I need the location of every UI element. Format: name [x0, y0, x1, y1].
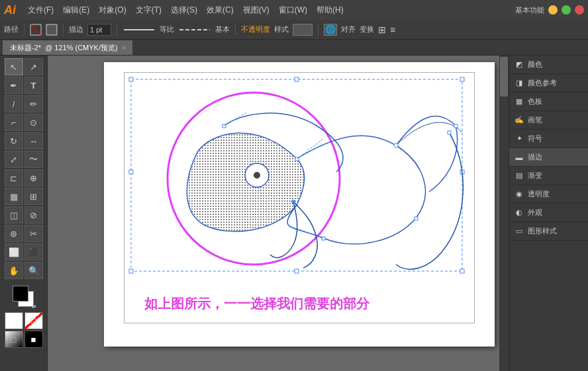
toolbox: ↖ ↗ ✒ T / ✏ ⌐ ⊙ ↻ ↔ ⤢ 〜 ⊏ ⊕ ▦ ⊞ — [0, 56, 48, 371]
stroke-size-input[interactable]: 1 pt — [87, 24, 111, 36]
align-label: 对齐 — [341, 24, 356, 34]
stroke-color[interactable] — [30, 24, 42, 36]
tool-column-graph[interactable]: ▦ — [5, 188, 23, 205]
tool-warp[interactable]: 〜 — [24, 151, 43, 168]
menu-help[interactable]: 帮助(H) — [313, 3, 348, 17]
tool-reflect[interactable]: ↔ — [24, 132, 43, 149]
fill-color[interactable] — [46, 24, 58, 36]
panel-brush-label: 画笔 — [528, 115, 542, 125]
svg-rect-8 — [460, 77, 464, 81]
menu-window[interactable]: 窗口(W) — [275, 3, 311, 17]
menu-file[interactable]: 文件(F) — [24, 3, 58, 17]
brush-panel-icon: ✍ — [514, 116, 524, 125]
gradient-mode-row: □ ■ — [5, 331, 43, 348]
tool-zoom[interactable]: 🔍 — [24, 262, 43, 279]
panel-transparency-label: 透明度 — [528, 189, 550, 199]
scale-label: 等比 — [160, 24, 174, 34]
tool-artboard[interactable]: ⬜ — [5, 243, 23, 261]
gradient-panel-icon: ▤ — [514, 171, 524, 181]
tool-eyedropper[interactable]: ⊘ — [24, 206, 43, 224]
tool-selection[interactable]: ↖ — [5, 58, 23, 75]
tool-row-6: ⤢ 〜 — [5, 151, 43, 168]
tab-untitled[interactable]: 未标题-2* @ 121% (CMYK/预览) × — [3, 40, 132, 55]
color-box: ⇄ — [11, 284, 36, 309]
canvas-area[interactable]: 如上图所示，一一选择我们需要的部分 — [48, 56, 509, 371]
tab-close-button[interactable]: × — [122, 44, 126, 52]
tool-blend[interactable]: ⊛ — [5, 225, 23, 242]
panel-color[interactable]: ◩ 颜色 — [509, 56, 588, 74]
tool-row-10: ⊛ ✂ — [5, 225, 43, 242]
tool-puppet[interactable]: ⊕ — [24, 169, 43, 186]
swap-colors[interactable]: ⇄ — [32, 304, 36, 309]
svg-point-17 — [254, 172, 260, 179]
tool-line[interactable]: / — [5, 95, 23, 112]
tool-pencil[interactable]: ✏ — [24, 95, 43, 112]
tool-brush[interactable]: ⌐ — [5, 114, 23, 131]
menu-text[interactable]: 文字(T) — [132, 3, 166, 17]
panel-symbol-label: 符号 — [528, 134, 542, 144]
tool-blob[interactable]: ⊙ — [24, 114, 43, 131]
style-swatch[interactable] — [293, 24, 313, 36]
panel-graphic-styles[interactable]: ▭ 图形样式 — [509, 222, 588, 241]
tool-direct-selection[interactable]: ↗ — [24, 58, 43, 75]
panel-gradient[interactable]: ▤ 渐变 — [509, 167, 588, 185]
menu-edit[interactable]: 编辑(E) — [59, 3, 93, 17]
svg-point-26 — [291, 200, 295, 204]
stroke-label: 描边 — [69, 24, 83, 34]
no-fill-btn[interactable]: ∅ — [24, 312, 43, 329]
menu-effect[interactable]: 效果(C) — [203, 3, 238, 17]
tool-gradient[interactable]: ◫ — [5, 206, 23, 224]
panel-swatches[interactable]: ▦ 色板 — [509, 93, 588, 111]
tool-row-9: ◫ ⊘ — [5, 206, 43, 224]
tool-width[interactable]: ⊏ — [5, 169, 23, 186]
panel-swatches-label: 色板 — [528, 97, 542, 106]
panel-color-ref[interactable]: ◨ 颜色参考 — [509, 74, 588, 93]
tool-hand[interactable]: ✋ — [5, 262, 23, 279]
caption-text: 如上图所示，一一选择我们需要的部分 — [144, 295, 369, 313]
panel-appearance-label: 外观 — [528, 208, 542, 218]
minimize-button[interactable] — [548, 5, 558, 15]
panel-stroke[interactable]: ▬ 描边 — [509, 148, 588, 167]
menu-view[interactable]: 视图(V) — [239, 3, 273, 17]
tool-slice[interactable]: ⬛ — [24, 243, 43, 261]
tool-row-4: ⌐ ⊙ — [5, 114, 43, 131]
tool-text[interactable]: T — [24, 77, 43, 94]
close-button[interactable] — [575, 5, 584, 15]
fill-color-btn[interactable]: . — [5, 312, 23, 329]
panel-brush[interactable]: ✍ 画笔 — [509, 111, 588, 130]
globe-btn[interactable]: 🌐 — [324, 24, 337, 36]
stroke-black-box[interactable] — [13, 286, 28, 302]
line-style-solid — [122, 25, 156, 34]
opacity-label[interactable]: 不透明度 — [241, 24, 270, 34]
maximize-button[interactable] — [562, 5, 571, 15]
tool-row-2: ✒ T — [5, 77, 43, 94]
pattern-fill-btn[interactable]: ■ — [24, 331, 43, 348]
panel-symbol[interactable]: ✦ 符号 — [509, 130, 588, 148]
menu-select[interactable]: 选择(S) — [167, 3, 201, 17]
stroke-panel-icon: ▬ — [514, 153, 524, 162]
svg-rect-11 — [129, 269, 133, 273]
appearance-icon: ◐ — [514, 208, 524, 218]
tool-mesh[interactable]: ⊞ — [24, 188, 43, 205]
toolbar-sep-2 — [63, 24, 64, 36]
panel-toggle[interactable]: ≡ — [390, 24, 395, 35]
svg-rect-9 — [129, 170, 133, 174]
canvas-scrollbar[interactable] — [499, 56, 509, 371]
tool-rotate[interactable]: ↻ — [5, 132, 23, 149]
svg-rect-13 — [460, 269, 464, 273]
scroll-thumb[interactable] — [500, 57, 508, 97]
tool-scissors[interactable]: ✂ — [24, 225, 43, 242]
menu-object[interactable]: 对象(O) — [95, 3, 130, 17]
tool-row-5: ↻ ↔ — [5, 132, 43, 149]
panel-graphic-styles-label: 图形样式 — [528, 226, 557, 236]
tool-pen[interactable]: ✒ — [5, 77, 23, 94]
panel-transparency[interactable]: ◉ 透明度 — [509, 185, 588, 204]
panel-appearance[interactable]: ◐ 外观 — [509, 204, 588, 222]
panel-stroke-label: 描边 — [528, 152, 542, 162]
more-btn[interactable]: ⊞ — [378, 24, 386, 35]
swatches-icon: ▦ — [514, 97, 524, 106]
symbol-icon: ✦ — [514, 134, 524, 144]
gradient-fill-btn[interactable]: □ — [5, 331, 23, 348]
tool-scale[interactable]: ⤢ — [5, 151, 23, 168]
line-style-dashed — [178, 25, 211, 34]
